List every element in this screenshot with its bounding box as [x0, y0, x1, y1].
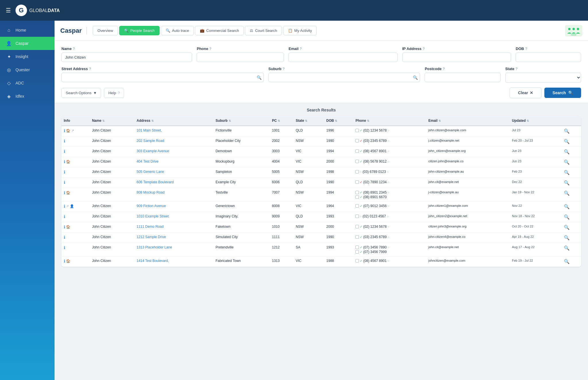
cell-zoom[interactable]: 🔍: [562, 243, 581, 256]
info-icon[interactable]: ℹ: [64, 170, 65, 174]
phone-checkbox[interactable]: [355, 191, 359, 194]
home-icon[interactable]: 🏠: [66, 191, 70, 195]
info-icon[interactable]: ℹ: [64, 180, 65, 185]
state-select[interactable]: ACT NSW NT QLD SA TAS VIC WA: [505, 73, 581, 83]
tab-people-search[interactable]: 🔍 People Search: [119, 26, 160, 35]
tab-commercial-search[interactable]: 💼 Commercial Search: [195, 26, 244, 35]
user-badge-icon[interactable]: 👤: [70, 204, 74, 208]
col-state[interactable]: State ⇅: [293, 116, 324, 126]
phone-checkbox[interactable]: [355, 259, 359, 263]
help-button[interactable]: Help ?: [104, 88, 124, 98]
cell-zoom[interactable]: 🔍: [562, 233, 581, 243]
info-icon[interactable]: ℹ: [64, 245, 65, 250]
zoom-icon[interactable]: 🔍: [564, 235, 570, 240]
phone-checkbox[interactable]: [355, 246, 359, 249]
phone-checkbox[interactable]: [355, 149, 359, 153]
col-updated[interactable]: Updated ⇅: [510, 116, 562, 126]
col-address[interactable]: Address ⇅: [134, 116, 213, 126]
sidebar-item-caspar[interactable]: 👤 Caspar: [0, 37, 55, 50]
home-icon[interactable]: 🏠: [66, 225, 70, 229]
zoom-icon[interactable]: 🔍: [564, 160, 570, 165]
phone2-checkbox[interactable]: [355, 195, 359, 199]
cell-zoom[interactable]: 🔍: [562, 147, 581, 157]
name-help-icon[interactable]: ?: [73, 47, 75, 51]
info-icon[interactable]: ℹ: [64, 190, 65, 195]
address-help-icon[interactable]: ?: [89, 67, 91, 71]
hamburger-icon[interactable]: ☰: [6, 7, 11, 14]
zoom-icon[interactable]: 🔍: [564, 259, 570, 264]
info-icon[interactable]: ℹ: [64, 159, 65, 164]
info-icon[interactable]: ℹ: [64, 214, 65, 219]
info-icon[interactable]: ℹ: [64, 128, 65, 133]
home-icon[interactable]: 🏠: [66, 160, 70, 164]
cell-zoom[interactable]: 🔍: [562, 136, 581, 147]
search-button[interactable]: Search 🔍: [544, 88, 581, 98]
phone-checkbox[interactable]: [355, 170, 359, 173]
sidebar-item-home[interactable]: ⌂ Home: [0, 24, 55, 37]
tab-auto-trace[interactable]: 🔍 Auto trace: [161, 26, 194, 35]
phone-checkbox[interactable]: [355, 129, 359, 132]
cell-zoom[interactable]: 🔍: [562, 157, 581, 167]
info-icon[interactable]: ℹ: [64, 225, 65, 229]
dob-input[interactable]: [516, 53, 581, 62]
cell-zoom[interactable]: 🔍: [562, 167, 581, 178]
zoom-icon[interactable]: 🔍: [564, 246, 570, 250]
phone-checkbox[interactable]: [355, 160, 359, 163]
share-icon[interactable]: ↗: [71, 129, 74, 133]
share-icon[interactable]: ↗: [66, 204, 69, 208]
caspar-logo-button[interactable]: caspar: [565, 25, 582, 36]
suburb-input[interactable]: [268, 73, 420, 82]
info-icon[interactable]: ℹ: [64, 235, 65, 240]
info-icon[interactable]: ℹ: [64, 259, 65, 263]
cell-zoom[interactable]: 🔍: [562, 178, 581, 188]
name-input[interactable]: [61, 53, 192, 62]
postcode-input[interactable]: [425, 73, 500, 82]
postcode-help-icon[interactable]: ?: [443, 67, 445, 71]
info-icon[interactable]: ℹ: [64, 149, 65, 154]
sidebar-item-insiight[interactable]: ✦ Insiight: [0, 50, 55, 63]
zoom-icon[interactable]: 🔍: [564, 149, 570, 154]
clear-button[interactable]: Clear ✕: [510, 87, 541, 98]
cell-zoom[interactable]: 🔍: [562, 222, 581, 233]
ip-input[interactable]: [402, 53, 511, 62]
email-input[interactable]: [289, 53, 398, 62]
col-phone[interactable]: Phone ⇅: [353, 116, 426, 126]
zoom-icon[interactable]: 🔍: [564, 180, 570, 185]
sidebar-item-quester[interactable]: ◎ Quester: [0, 63, 55, 76]
suburb-help-icon[interactable]: ?: [283, 67, 285, 71]
col-email[interactable]: Email ⇅: [426, 116, 510, 126]
email-help-icon[interactable]: ?: [300, 47, 302, 51]
phone2-checkbox[interactable]: [355, 250, 359, 254]
cell-zoom[interactable]: 🔍: [562, 202, 581, 212]
cell-zoom[interactable]: 🔍: [562, 212, 581, 222]
zoom-icon[interactable]: 🔍: [564, 204, 570, 209]
state-help-icon[interactable]: ?: [515, 67, 517, 71]
zoom-icon[interactable]: 🔍: [564, 129, 570, 134]
info-icon[interactable]: ℹ: [64, 139, 65, 143]
cell-zoom[interactable]: 🔍: [562, 188, 581, 202]
phone-input[interactable]: [197, 53, 284, 62]
zoom-icon[interactable]: 🔍: [564, 215, 570, 219]
ip-help-icon[interactable]: ?: [423, 47, 425, 51]
tab-my-activity[interactable]: 📋 My Activity: [283, 26, 317, 35]
col-name[interactable]: Name ⇅: [90, 116, 134, 126]
home-icon[interactable]: 🏠: [66, 259, 70, 263]
phone-checkbox[interactable]: [355, 139, 359, 142]
col-suburb[interactable]: Suburb ⇅: [213, 116, 270, 126]
zoom-icon[interactable]: 🔍: [564, 191, 570, 196]
tab-overview[interactable]: Overview: [93, 26, 118, 35]
tab-court-search[interactable]: ⚖ Court Search: [245, 26, 282, 35]
zoom-icon[interactable]: 🔍: [564, 139, 570, 144]
phone-checkbox[interactable]: [355, 180, 359, 184]
zoom-icon[interactable]: 🔍: [564, 225, 570, 230]
cell-zoom[interactable]: 🔍: [562, 126, 581, 136]
col-dob[interactable]: DOB ⇅: [324, 116, 353, 126]
phone-help-icon[interactable]: ?: [209, 47, 211, 51]
dob-help-icon[interactable]: ?: [525, 47, 527, 51]
phone-checkbox[interactable]: [355, 225, 359, 228]
zoom-icon[interactable]: 🔍: [564, 170, 570, 175]
col-pc[interactable]: PC ⇅: [270, 116, 293, 126]
phone-checkbox[interactable]: [355, 215, 359, 218]
sidebar-item-adc[interactable]: ◇ ADC: [0, 76, 55, 90]
sidebar-item-idfex[interactable]: ◈ Idfex: [0, 90, 55, 103]
